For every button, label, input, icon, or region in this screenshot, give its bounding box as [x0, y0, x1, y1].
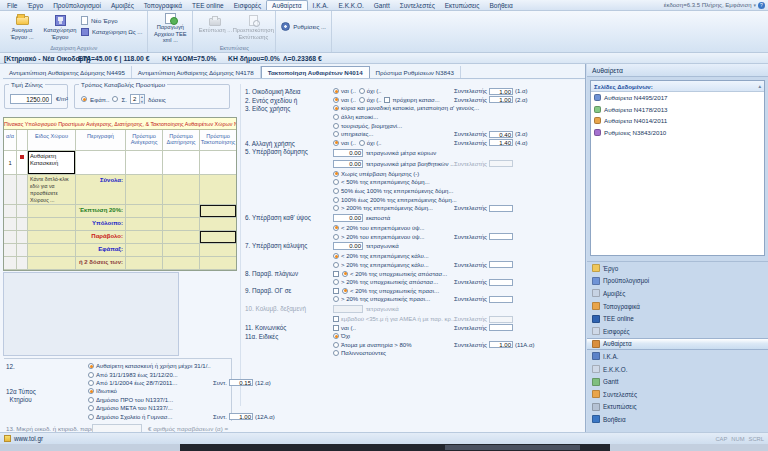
radio-button[interactable] — [333, 114, 339, 120]
ribbon-tab[interactable]: Εισφορές — [229, 0, 266, 10]
stepper-arrows-icon[interactable]: ▴▾ — [139, 95, 144, 104]
radio-button[interactable] — [359, 97, 365, 103]
taskbar-active-window[interactable] — [445, 445, 580, 450]
radio-button[interactable] — [333, 253, 339, 259]
document-tab[interactable]: Αντιμετώπιση Αυθαίρετης Δόμησης Ν4495 — [3, 66, 132, 78]
radio-button[interactable] — [333, 296, 339, 302]
nav-item-Προϋπολογισμοί[interactable]: Προϋπολογισμοί — [587, 275, 768, 288]
ribbon-tab[interactable]: File — [2, 0, 22, 10]
ribbon-tab[interactable]: Βοήθεια — [484, 0, 517, 10]
radio-button[interactable] — [333, 333, 339, 339]
nav-item-Gantt[interactable]: Gantt — [587, 375, 768, 388]
data-page-item[interactable]: Ρυθμίσεις Ν3843/2010 — [591, 127, 764, 139]
installments-stepper[interactable]: 2▴▾ — [130, 94, 145, 104]
radio-button[interactable] — [88, 388, 94, 394]
nav-item-Αμοιβές[interactable]: Αμοιβές — [587, 287, 768, 300]
checkbox[interactable] — [333, 288, 339, 294]
nav-item-Εκτυπώσεις[interactable]: Εκτυπώσεις — [587, 401, 768, 414]
zone-price-input[interactable]: 1250.00 — [10, 94, 52, 104]
ribbon-tab[interactable]: Ι.Κ.Α. — [308, 0, 334, 10]
document-tab[interactable]: Αντιμετώπιση Αυθαίρετης Δόμησης Ν4178 — [132, 66, 261, 78]
coef-input[interactable] — [489, 296, 513, 303]
coef-input[interactable]: 1.40 — [489, 139, 513, 146]
checkbox[interactable] — [333, 325, 339, 331]
installments-radio[interactable] — [112, 96, 118, 102]
coef-input[interactable] — [489, 279, 513, 286]
ribbon-tab[interactable]: Αμοιβές — [106, 0, 139, 10]
radio-button[interactable] — [333, 350, 339, 356]
checkbox[interactable] — [333, 316, 339, 322]
nav-item-Αυθαίρετα[interactable]: Αυθαίρετα — [587, 338, 768, 351]
sum-value-cell[interactable] — [200, 257, 236, 270]
radio-button[interactable] — [333, 279, 339, 285]
nav-item-Ε.Κ.Κ.Ο.[interactable]: Ε.Κ.Κ.Ο. — [587, 363, 768, 376]
coef-input[interactable] — [489, 233, 513, 240]
settlement-penalty-cell[interactable] — [200, 151, 236, 175]
coef-input[interactable]: 1.00 — [489, 96, 513, 103]
ribbon-tab[interactable]: Ε.Κ.Κ.Ο. — [334, 0, 369, 10]
value-input[interactable]: 0.00 — [333, 242, 363, 250]
coef-input[interactable] — [489, 261, 513, 268]
data-pages-header[interactable]: Σελίδες Δεδομένων: ▴ — [591, 81, 764, 92]
checkbox[interactable] — [333, 271, 339, 277]
add-spaces-hint-cell[interactable]: Κάντε διπλό-κλικ εδώ για να προσθέσετε Χ… — [28, 175, 76, 205]
radio-button[interactable] — [333, 205, 339, 211]
ribbon-tab[interactable]: Αυθαίρετα — [266, 0, 308, 10]
radio-button[interactable] — [333, 234, 339, 240]
radio-button[interactable] — [333, 140, 339, 146]
radio-button[interactable] — [88, 363, 94, 369]
radio-button[interactable] — [333, 262, 339, 268]
sum-value-cell[interactable] — [200, 244, 236, 257]
sum-value-cell[interactable] — [200, 231, 236, 244]
register-project-button[interactable]: Καταχώρηση Έργου — [41, 12, 79, 44]
print-preview-button[interactable]: Προεπισκόπηση Εκτύπωσης — [234, 12, 272, 44]
radio-button[interactable] — [88, 372, 94, 378]
nav-item-Εισφορές[interactable]: Εισφορές — [587, 325, 768, 338]
radio-button[interactable] — [333, 188, 339, 194]
radio-button[interactable] — [333, 171, 339, 177]
radio-button[interactable] — [333, 179, 339, 185]
sum-value-cell[interactable] — [200, 218, 236, 231]
help-icon[interactable]: ? — [758, 2, 765, 9]
value-input[interactable] — [333, 305, 363, 313]
generate-xml-button[interactable]: Παραγωγή Αρχείου ΤΕΕ xml ... — [151, 12, 189, 44]
radio-button[interactable] — [88, 380, 94, 386]
value-input[interactable]: 0.00 — [333, 214, 363, 222]
description-cell[interactable] — [76, 151, 126, 175]
sum-value-cell[interactable] — [200, 205, 236, 218]
coef-input[interactable]: 1.00 — [489, 341, 513, 348]
save-as-button[interactable]: Καταχώρηση Ως ... — [79, 28, 144, 36]
ribbon-tab[interactable]: Τοπογραφικά — [139, 0, 187, 10]
radio-button[interactable] — [333, 97, 339, 103]
new-project-button[interactable]: Νέο Έργο — [79, 16, 144, 25]
nav-item-ΤΕΕ online[interactable]: ΤΕΕ online — [587, 312, 768, 325]
coef-input[interactable] — [489, 316, 513, 323]
coef-input[interactable]: 1.00 — [229, 413, 253, 420]
nav-item-Έργο[interactable]: Έργο — [587, 262, 768, 275]
open-project-button[interactable]: Άνοιγμα Έργου ... — [3, 12, 41, 44]
chevron-down-icon[interactable]: ▾ — [753, 2, 756, 8]
nav-item-Βοήθεια[interactable]: Βοήθεια — [587, 413, 768, 426]
settings-button[interactable]: Ρυθμίσεις ... — [279, 22, 328, 31]
coef-input[interactable] — [489, 205, 513, 212]
ribbon-tab[interactable]: Gantt — [369, 0, 395, 10]
radio-button[interactable] — [88, 414, 94, 420]
radio-button[interactable] — [333, 342, 339, 348]
coef-input[interactable]: 0.40 — [489, 131, 513, 138]
ribbon-tab[interactable]: ΤΕΕ online — [187, 0, 229, 10]
nav-item-Συντελεστές[interactable]: Συντελεστές — [587, 388, 768, 401]
coef-input[interactable] — [489, 160, 513, 167]
print-button[interactable]: Εκτύπωση ... — [196, 12, 234, 44]
radio-button[interactable] — [359, 140, 365, 146]
radio-button[interactable] — [333, 105, 339, 111]
coef-input[interactable]: 0.15 — [229, 379, 253, 386]
radio-button[interactable] — [333, 131, 339, 137]
radio-button[interactable] — [333, 197, 339, 203]
radio-button[interactable] — [342, 288, 348, 294]
radio-button[interactable] — [333, 123, 339, 129]
space-kind-cell[interactable]: Αυθαίρετη Κατασκευή — [28, 151, 76, 175]
radio-button[interactable] — [359, 88, 365, 94]
data-page-item[interactable]: Αυθαίρετα Ν4495/2017 — [591, 92, 764, 104]
coef-input[interactable]: 1.00 — [489, 88, 513, 95]
checkbox[interactable] — [384, 97, 390, 103]
